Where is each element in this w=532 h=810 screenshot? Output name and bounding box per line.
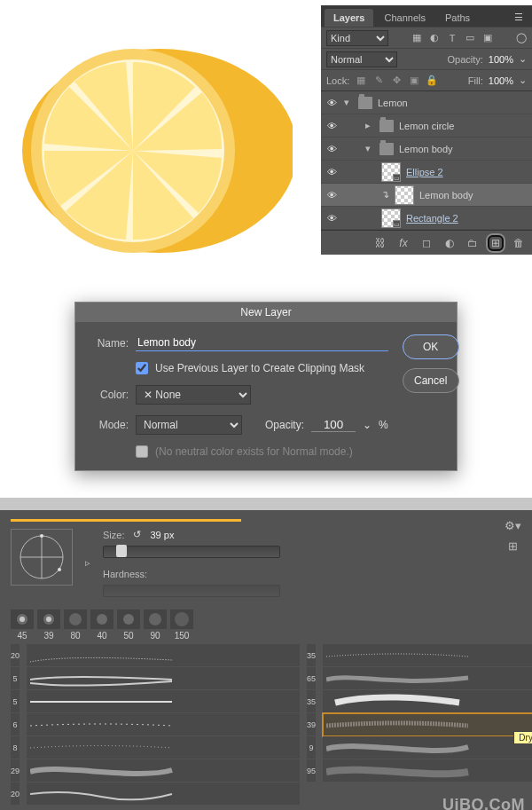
gear-icon[interactable]: ⚙▾ [505,519,521,532]
fill-value[interactable]: 100% [489,75,513,86]
layer-lemon-body[interactable]: 👁 ↴ Lemon body [321,184,532,207]
layer-rectangle-2[interactable]: 👁 ▭ Rectangle 2 [321,207,532,230]
brush-preset[interactable]: 50 [117,609,140,641]
filter-toggle-icon[interactable]: ◯ [516,32,527,43]
cancel-button[interactable]: Cancel [403,368,459,393]
brush-stroke-preset[interactable] [27,782,300,806]
visibility-toggle-icon[interactable]: 👁 [325,213,339,224]
visibility-toggle-icon[interactable]: 👁 [325,98,339,108]
opacity-value[interactable]: 100% [489,54,513,65]
filter-smart-icon[interactable]: ▣ [481,32,494,44]
ok-button[interactable]: OK [403,334,459,359]
brush-stroke-preset[interactable] [27,644,300,667]
twisty-icon[interactable]: ▸ [365,120,374,131]
brush-preset[interactable]: 8 [11,736,20,759]
layer-group-lemon-circle[interactable]: 👁 ▸ Lemon circle [321,114,532,138]
brush-preset[interactable]: 35 [307,690,316,713]
brush-stroke-preset-selected[interactable]: Dry Brush 1 #2 [323,713,532,736]
brush-preset[interactable]: 35 [307,644,316,667]
link-layers-icon[interactable]: ⛓ [372,235,388,251]
brush-preset[interactable]: 20 [11,644,20,667]
chevron-down-icon[interactable]: ⌄ [363,419,372,431]
brush-stroke-preset[interactable] [27,759,300,782]
layer-group-lemon-body[interactable]: 👁 ▾ Lemon body [321,138,532,161]
brush-size-value[interactable]: 39 px [150,530,174,540]
layer-style-icon[interactable]: fx [395,235,411,251]
lock-pixels-icon[interactable]: ✎ [372,75,385,87]
brush-stroke-preset[interactable] [323,667,532,690]
folder-icon [379,120,394,132]
brush-stroke-preset[interactable] [323,736,532,759]
color-select[interactable]: ✕ None [136,385,251,405]
svg-point-14 [97,614,107,625]
panel-menu-icon[interactable]: ☰ [509,8,528,27]
brush-preset[interactable]: 39 [37,609,60,641]
lock-label: Lock: [326,75,349,86]
twisty-icon[interactable]: ▾ [344,97,353,108]
twisty-icon[interactable]: ▾ [365,143,374,154]
flip-preview-icon[interactable]: ▹ [85,557,90,569]
brush-preset[interactable]: 5 [11,667,20,690]
watermark: UiBQ.CoM [442,796,525,810]
chevron-down-icon[interactable]: ⌄ [519,53,527,65]
brush-preset[interactable]: 90 [144,609,167,641]
visibility-toggle-icon[interactable]: 👁 [325,144,339,154]
layer-thumbnail: ▭ [381,162,401,182]
filter-type-icon[interactable]: T [446,32,458,44]
brush-preset[interactable]: 45 [11,609,34,641]
filter-pixel-icon[interactable]: ▦ [411,32,423,44]
lock-position-icon[interactable]: ✥ [390,75,403,87]
brush-preset[interactable]: 40 [90,609,113,641]
brush-stroke-preset[interactable] [323,759,532,782]
filter-adjust-icon[interactable]: ◐ [428,32,441,44]
layer-group-lemon[interactable]: 👁 ▾ Lemon [321,91,532,114]
brush-preset[interactable]: 39 [307,713,316,736]
layer-mask-icon[interactable]: ◻ [419,235,434,251]
filter-kind-select[interactable]: Kind [326,30,388,46]
group-icon[interactable]: 🗀 [465,235,481,251]
brush-preset[interactable]: 9 [307,736,316,759]
brush-angle-control[interactable] [11,529,73,586]
folder-icon [379,143,394,155]
brush-preset[interactable]: 29 [11,759,20,782]
lock-all-icon[interactable]: 🔒 [426,75,438,87]
svg-point-15 [123,614,134,625]
mode-select[interactable]: Normal [136,415,242,435]
blend-mode-select[interactable]: Normal [326,51,397,67]
clipping-mask-checkbox[interactable] [136,362,148,374]
visibility-toggle-icon[interactable]: 👁 [325,190,339,201]
brush-preset[interactable]: 20 [11,782,20,806]
layer-name-input[interactable] [136,334,388,351]
chevron-down-icon[interactable]: ⌄ [519,75,527,86]
brush-stroke-preset[interactable] [27,690,300,713]
brush-preset[interactable]: 5 [11,690,20,713]
brush-stroke-preset[interactable] [27,667,300,690]
visibility-toggle-icon[interactable]: 👁 [325,121,339,131]
tab-channels[interactable]: Channels [375,9,434,27]
tab-paths[interactable]: Paths [436,9,479,27]
brush-preset[interactable]: 95 [307,759,316,782]
brush-preset[interactable]: 80 [64,609,87,641]
layer-thumbnail: ▭ [381,208,401,228]
brush-preset[interactable]: 65 [307,667,316,690]
delete-layer-icon[interactable]: 🗑 [511,235,527,251]
blend-row: Normal Opacity: 100% ⌄ [321,48,532,69]
tab-layers[interactable]: Layers [325,9,373,27]
lock-transparency-icon[interactable]: ▦ [355,75,367,87]
brush-preset[interactable]: 150 [170,609,193,641]
new-layer-button[interactable]: ⊞ [488,235,504,251]
brush-stroke-preset[interactable] [323,644,532,667]
reset-size-icon[interactable]: ↺ [133,529,141,540]
lock-artboard-icon[interactable]: ▣ [408,75,420,87]
visibility-toggle-icon[interactable]: 👁 [325,167,339,177]
adjustment-layer-icon[interactable]: ◐ [442,235,458,251]
layer-ellipse-2[interactable]: 👁 ▭ Ellipse 2 [321,161,532,184]
filter-shape-icon[interactable]: ▭ [464,32,476,44]
brush-stroke-preset[interactable] [27,736,300,759]
brush-stroke-preset[interactable] [27,713,300,736]
brush-preset[interactable]: 6 [11,713,20,736]
new-preset-icon[interactable]: ⊞ [508,539,518,553]
opacity-input[interactable] [311,418,356,432]
brush-size-slider[interactable] [103,546,280,558]
brush-stroke-preset[interactable] [323,690,532,713]
